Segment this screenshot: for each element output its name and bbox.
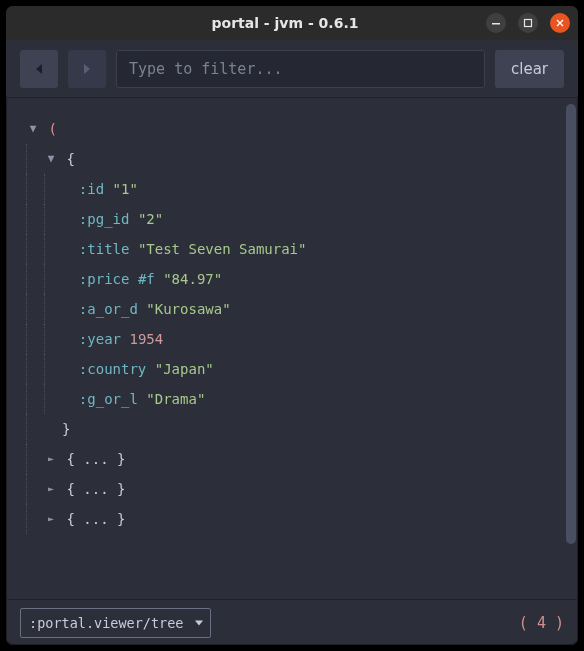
open-paren: ( [48, 114, 56, 144]
map-value: "Drama" [146, 384, 205, 414]
tree-root-row[interactable]: ( [26, 114, 554, 144]
map-value: "2" [138, 204, 163, 234]
tree-entry-row[interactable]: :title "Test Seven Samurai" [26, 234, 554, 264]
map-key: :title [79, 234, 130, 264]
map-key: :country [79, 354, 146, 384]
map-value: "1" [113, 174, 138, 204]
triangle-left-icon [32, 62, 46, 76]
tree-entry-row[interactable]: :year 1954 [26, 324, 554, 354]
close-icon [555, 18, 565, 28]
map-key: :id [79, 174, 104, 204]
map-key: :a_or_d [79, 294, 138, 324]
open-brace: { [66, 504, 74, 534]
map-key: :pg_id [79, 204, 130, 234]
content-scroll: ( { :id "1" :pg_id "2" :title "Test Seve… [6, 98, 578, 599]
reader-tag: #f [138, 264, 163, 294]
map-value: 1954 [129, 324, 163, 354]
caret-right-icon[interactable] [44, 444, 58, 474]
tree-collapsed-row[interactable]: { ... } [26, 474, 554, 504]
map-key: :year [79, 324, 121, 354]
footer: :portal.viewer/tree ( 4 ) [6, 599, 578, 645]
open-brace: { [66, 444, 74, 474]
triangle-right-icon [80, 62, 94, 76]
tree-entry-row[interactable]: :country "Japan" [26, 354, 554, 384]
caret-right-icon[interactable] [44, 504, 58, 534]
caret-down-icon[interactable] [26, 114, 40, 144]
close-brace: } [62, 414, 70, 444]
close-brace: } [117, 474, 125, 504]
open-brace: { [66, 474, 74, 504]
map-key: :g_or_l [79, 384, 138, 414]
maximize-icon [523, 18, 533, 28]
close-brace: } [117, 504, 125, 534]
caret-down-icon[interactable] [44, 144, 58, 174]
ellipsis: ... [83, 444, 108, 474]
minimize-icon [491, 18, 501, 28]
map-value: "Kurosawa" [146, 294, 230, 324]
tree-entry-row[interactable]: :a_or_d "Kurosawa" [26, 294, 554, 324]
titlebar: portal - jvm - 0.6.1 [6, 6, 578, 40]
tree-collapsed-row[interactable]: { ... } [26, 504, 554, 534]
item-count: ( 4 ) [519, 614, 564, 632]
tree-entry-row[interactable]: :g_or_l "Drama" [26, 384, 554, 414]
scrollbar-track[interactable] [566, 104, 576, 594]
tree-collapsed-row[interactable]: { ... } [26, 444, 554, 474]
tree-entry-row[interactable]: :pg_id "2" [26, 204, 554, 234]
scrollbar-thumb[interactable] [566, 104, 576, 544]
open-brace: { [66, 144, 74, 174]
tree-content: ( { :id "1" :pg_id "2" :title "Test Seve… [6, 108, 566, 599]
caret-right-icon[interactable] [44, 474, 58, 504]
tree-map-open-row[interactable]: { [26, 144, 554, 174]
window-title: portal - jvm - 0.6.1 [84, 15, 486, 31]
close-button[interactable] [550, 13, 570, 33]
map-value: "Test Seven Samurai" [138, 234, 307, 264]
minimize-button[interactable] [486, 13, 506, 33]
map-value: "84.97" [163, 264, 222, 294]
tree-map-close-row: } [26, 414, 554, 444]
maximize-button[interactable] [518, 13, 538, 33]
ellipsis: ... [83, 504, 108, 534]
ellipsis: ... [83, 474, 108, 504]
viewer-select[interactable]: :portal.viewer/tree [20, 608, 211, 638]
nav-back-button[interactable] [20, 50, 58, 88]
app-window: portal - jvm - 0.6.1 cle [6, 6, 578, 645]
tree-entry-row[interactable]: :id "1" [26, 174, 554, 204]
map-value: "Japan" [155, 354, 214, 384]
svg-rect-0 [492, 23, 500, 25]
svg-rect-1 [525, 20, 532, 27]
nav-forward-button[interactable] [68, 50, 106, 88]
clear-button[interactable]: clear [495, 50, 564, 88]
filter-input[interactable] [116, 50, 485, 88]
map-key: :price [79, 264, 130, 294]
tree-entry-row[interactable]: :price #f "84.97" [26, 264, 554, 294]
close-brace: } [117, 444, 125, 474]
toolbar: clear [6, 40, 578, 98]
